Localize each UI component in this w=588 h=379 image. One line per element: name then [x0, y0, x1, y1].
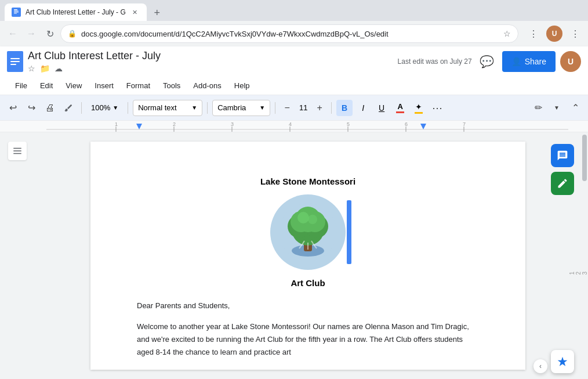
redo-button[interactable]: ↪ — [23, 99, 39, 117]
italic-button[interactable]: I — [355, 100, 371, 116]
tree-circle — [270, 194, 346, 270]
docs-logo-lines — [8, 56, 22, 67]
back-button[interactable]: ← — [5, 26, 21, 42]
toolbar-separator — [331, 102, 332, 114]
toolbar: ↩ ↪ 🖨 100% ▼ Normal text ▼ Cambria ▼ − 1… — [0, 95, 588, 121]
star-icon[interactable]: ☆ — [28, 64, 35, 73]
last-edit-text: Last edit was on July 27 — [398, 57, 472, 66]
cloud-icon[interactable]: ☁ — [55, 64, 63, 73]
address-bar[interactable]: 🔒 docs.google.com/document/d/1QcC2AMiyvc… — [60, 24, 518, 43]
app-title-area: Art Club Interest Letter - July ☆ 📁 ☁ — [28, 50, 393, 73]
svg-text:7: 7 — [463, 121, 466, 127]
bold-button[interactable]: B — [336, 100, 353, 116]
svg-text:5: 5 — [347, 121, 350, 127]
menu-edit[interactable]: Edit — [34, 79, 59, 92]
org-name: Lake Stone Montessori — [137, 176, 479, 186]
svg-text:3: 3 — [231, 121, 234, 127]
svg-point-34 — [308, 215, 317, 224]
menu-addons[interactable]: Add-ons — [187, 79, 227, 92]
highlight-bar — [415, 112, 423, 114]
share-label: Share — [525, 57, 546, 66]
club-name: Art Club — [137, 278, 479, 288]
outline-toggle-button[interactable] — [8, 142, 27, 160]
margin-3: 3 — [582, 156, 588, 275]
new-tab-button[interactable]: + — [149, 5, 165, 21]
share-button[interactable]: 👤 Share — [502, 51, 556, 72]
margin-2: 2 — [575, 272, 582, 275]
logo-container — [270, 194, 346, 270]
svg-rect-22 — [13, 150, 21, 151]
toolbar-separator — [275, 102, 275, 114]
title-icons: ☆ 📁 ☁ — [28, 64, 393, 73]
menu-insert[interactable]: Insert — [89, 79, 119, 92]
bookmark-icon[interactable]: ☆ — [503, 29, 511, 38]
font-size-controls: − 11 + — [280, 101, 326, 115]
menu-button[interactable]: ⋮ — [567, 26, 583, 42]
font-size-value: 11 — [296, 103, 310, 112]
blue-bar — [347, 200, 351, 264]
collapse-toolbar-button[interactable]: ⌃ — [567, 99, 583, 117]
style-dropdown[interactable]: Normal text ▼ — [133, 100, 202, 116]
folder-icon[interactable]: 📁 — [40, 64, 50, 73]
toolbar-separator — [128, 102, 128, 114]
menu-format[interactable]: Format — [121, 79, 156, 92]
share-icon: 👤 — [511, 57, 521, 66]
edit-comment-icon — [557, 178, 568, 189]
svg-marker-20 — [420, 124, 426, 129]
undo-button[interactable]: ↩ — [5, 99, 21, 117]
sparkle-icon — [557, 356, 568, 367]
svg-rect-2 — [14, 12, 19, 13]
menu-help[interactable]: Help — [228, 79, 256, 92]
underline-button[interactable]: U — [373, 100, 390, 116]
font-dropdown[interactable]: Cambria ▼ — [212, 100, 270, 116]
page-container[interactable]: Lake Stone Montessori — [35, 132, 581, 379]
toolbar-separator — [81, 102, 82, 114]
edit-comment-fab[interactable] — [551, 172, 574, 195]
highlight-button[interactable]: ✦ — [411, 100, 427, 116]
refresh-button[interactable]: ↻ — [42, 26, 58, 42]
document-header: Lake Stone Montessori — [137, 176, 479, 288]
tab-close-button[interactable]: ✕ — [130, 8, 140, 17]
editing-chevron[interactable]: ▼ — [549, 99, 565, 117]
active-tab[interactable]: Art Club Interest Letter - July - G ✕ — [5, 3, 147, 21]
text-color-bar — [396, 111, 404, 113]
browser-right-icons: ⋮ U ⋮ — [525, 26, 583, 42]
ruler: 1 2 3 4 5 6 7 — [0, 121, 588, 132]
tab-title: Art Club Interest Letter - July - G — [26, 8, 126, 16]
profile-avatar[interactable]: U — [546, 26, 562, 42]
text-color-button[interactable]: A — [392, 100, 408, 116]
toolbar-right: ✏ ▼ ⌃ — [530, 99, 583, 117]
paragraph-1: Welcome to another year at Lake Stone Mo… — [137, 320, 479, 359]
editing-mode-button[interactable]: ✏ — [530, 99, 546, 117]
zoom-dropdown[interactable]: 100% ▼ — [86, 99, 123, 117]
browser-controls: ← → ↻ 🔒 docs.google.com/document/d/1QcC2… — [0, 21, 588, 46]
tab-favicon — [12, 8, 21, 17]
svg-rect-23 — [13, 153, 21, 154]
sparkle-button[interactable] — [551, 350, 574, 373]
collapse-panel-button[interactable]: ‹ — [533, 359, 547, 373]
ruler-svg: 1 2 3 4 5 6 7 — [46, 121, 568, 132]
menu-view[interactable]: View — [60, 79, 88, 92]
highlight-icon: ✦ — [415, 102, 423, 114]
menu-file[interactable]: File — [9, 79, 33, 92]
lock-icon: 🔒 — [68, 30, 77, 38]
menu-tools[interactable]: Tools — [157, 79, 186, 92]
tree-svg — [279, 203, 337, 261]
text-color-icon: A — [396, 102, 404, 113]
add-comment-fab[interactable] — [551, 144, 574, 167]
comments-button[interactable]: 💬 — [477, 51, 498, 72]
document-area: 1 2 3 Lake Stone Montessori — [0, 132, 588, 379]
font-size-decrease[interactable]: − — [280, 101, 294, 115]
paint-format-button[interactable] — [60, 99, 77, 117]
forward-button[interactable]: → — [23, 26, 39, 42]
app-bar-right: Last edit was on July 27 💬 👤 Share U — [398, 51, 581, 72]
font-size-increase[interactable]: + — [313, 101, 326, 115]
logo-line — [10, 61, 20, 62]
print-button[interactable]: 🖨 — [42, 99, 58, 117]
document-body: Dear Parents and Students, Welcome to an… — [137, 299, 479, 359]
add-comment-icon — [557, 150, 568, 161]
more-formats-button[interactable]: ⋯ — [429, 99, 445, 117]
user-avatar[interactable]: U — [560, 51, 581, 72]
extensions-button[interactable]: ⋮ — [525, 26, 542, 42]
docs-logo — [7, 51, 23, 72]
